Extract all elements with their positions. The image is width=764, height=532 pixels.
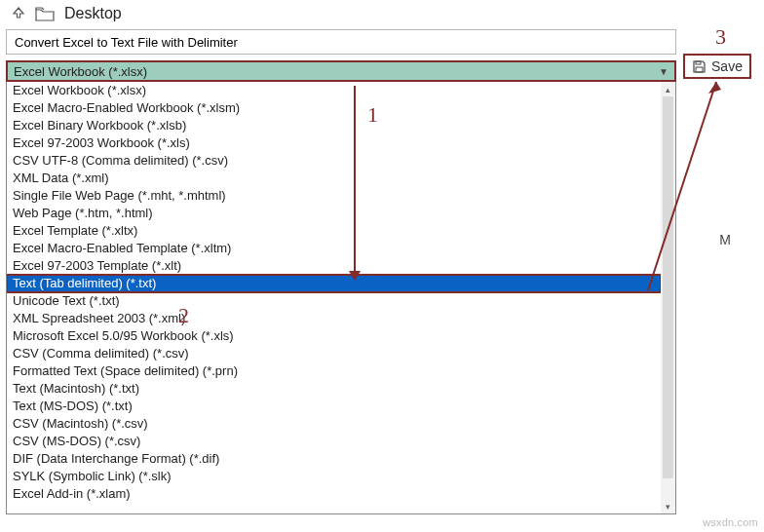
filetype-listbox: Excel Workbook (*.xlsx)Excel Macro-Enabl… [6, 82, 676, 514]
svg-rect-1 [696, 67, 703, 72]
filetype-option[interactable]: Text (MS-DOS) (*.txt) [7, 398, 661, 415]
filetype-option[interactable]: Excel Workbook (*.xlsx) [7, 82, 661, 99]
filetype-option[interactable]: Excel Add-in (*.xlam) [7, 485, 661, 503]
filetype-option[interactable]: SYLK (Symbolic Link) (*.slk) [7, 468, 661, 485]
filetype-option[interactable]: Excel 97-2003 Workbook (*.xls) [7, 134, 661, 152]
up-arrow-icon[interactable] [12, 6, 25, 22]
watermark: wsxdn.com [703, 516, 758, 528]
save-button[interactable]: Save [683, 54, 751, 79]
filename-text: Convert Excel to Text File with Delimite… [15, 35, 238, 50]
filetype-option[interactable]: CSV (Comma delimited) (*.csv) [7, 345, 661, 362]
filetype-option[interactable]: CSV (MS-DOS) (*.csv) [7, 433, 661, 450]
filetype-option[interactable]: CSV (Macintosh) (*.csv) [7, 415, 661, 433]
filetype-option[interactable]: CSV UTF-8 (Comma delimited) (*.csv) [7, 152, 661, 170]
filetype-options[interactable]: Excel Workbook (*.xlsx)Excel Macro-Enabl… [7, 82, 661, 513]
filename-input[interactable]: Convert Excel to Text File with Delimite… [6, 29, 676, 55]
filetype-option[interactable]: Excel 97-2003 Template (*.xlt) [7, 257, 661, 275]
annotation-3: 3 [715, 24, 726, 50]
filetype-option[interactable]: Microsoft Excel 5.0/95 Workbook (*.xls) [7, 327, 661, 345]
folder-icon[interactable] [35, 7, 55, 21]
scroll-track[interactable] [661, 96, 675, 499]
filetype-option[interactable]: Text (Tab delimited) (*.txt) [7, 275, 661, 292]
filetype-option[interactable]: Excel Binary Workbook (*.xlsb) [7, 117, 661, 134]
scroll-up-icon[interactable]: ▴ [661, 82, 675, 96]
filetype-dropdown[interactable]: Excel Workbook (*.xlsx) ▼ [6, 60, 676, 82]
filetype-option[interactable]: Excel Template (*.xltx) [7, 222, 661, 240]
breadcrumb: Desktop [0, 0, 764, 27]
filetype-option[interactable]: Web Page (*.htm, *.html) [7, 205, 661, 222]
filetype-option[interactable]: Text (Macintosh) (*.txt) [7, 380, 661, 398]
filetype-option[interactable]: XML Data (*.xml) [7, 170, 661, 187]
stray-text: M [719, 232, 731, 247]
svg-rect-0 [696, 61, 701, 64]
location-title: Desktop [64, 5, 122, 22]
scroll-thumb[interactable] [663, 96, 673, 478]
scrollbar[interactable]: ▴ ▾ [661, 82, 675, 513]
filetype-selected-text: Excel Workbook (*.xlsx) [14, 64, 147, 79]
chevron-down-icon: ▼ [659, 66, 668, 77]
scroll-down-icon[interactable]: ▾ [661, 499, 675, 513]
filetype-option[interactable]: Formatted Text (Space delimited) (*.prn) [7, 362, 661, 380]
filetype-option[interactable]: Unicode Text (*.txt) [7, 292, 661, 310]
filetype-option[interactable]: XML Spreadsheet 2003 (*.xml) [7, 310, 661, 327]
save-icon [692, 59, 707, 74]
filetype-option[interactable]: Excel Macro-Enabled Workbook (*.xlsm) [7, 99, 661, 117]
filetype-option[interactable]: DIF (Data Interchange Format) (*.dif) [7, 450, 661, 468]
svg-marker-3 [708, 82, 721, 94]
filetype-option[interactable]: Single File Web Page (*.mht, *.mhtml) [7, 187, 661, 205]
save-label: Save [711, 58, 743, 74]
filetype-option[interactable]: Excel Macro-Enabled Template (*.xltm) [7, 240, 661, 257]
